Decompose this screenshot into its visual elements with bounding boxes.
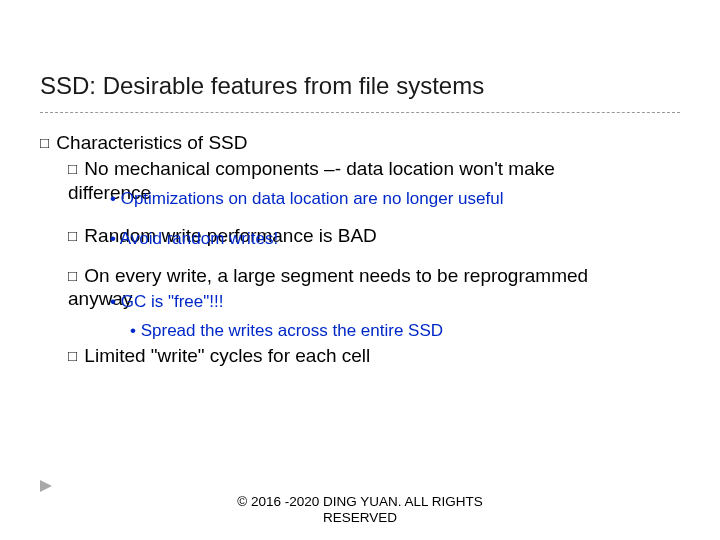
bullet-text: Limited "write" cycles for each cell <box>84 345 370 366</box>
square-bullet-icon: □ <box>40 134 49 153</box>
square-bullet-icon: □ <box>68 347 77 366</box>
corner-arrow-icon <box>40 480 54 492</box>
overlay-note: • GC is "free"!!! <box>110 291 680 312</box>
bullet-level2: □ Limited "write" cycles for each cell <box>68 344 680 368</box>
footer: © 2016 -2020 DING YUAN. ALL RIGHTS RESER… <box>0 494 720 526</box>
bullet-text: No mechanical components –- data locatio… <box>84 158 554 179</box>
slide: SSD: Desirable features from file system… <box>0 0 720 540</box>
svg-marker-0 <box>40 480 52 492</box>
slide-content: □ Characteristics of SSD □ No mechanical… <box>0 113 720 367</box>
slide-title: SSD: Desirable features from file system… <box>40 72 680 100</box>
square-bullet-icon: □ <box>68 267 77 286</box>
overlay-note: • Optimizations on data location are no … <box>110 188 680 209</box>
bullet-text: Characteristics of SSD <box>56 132 247 153</box>
square-bullet-icon: □ <box>68 227 77 246</box>
copyright-line1: © 2016 -2020 DING YUAN. ALL RIGHTS <box>237 494 483 509</box>
overlay-note: • Spread the writes across the entire SS… <box>130 320 680 341</box>
square-bullet-icon: □ <box>68 160 77 179</box>
copyright-line2: RESERVED <box>323 510 397 525</box>
title-area: SSD: Desirable features from file system… <box>0 0 720 106</box>
bullet-level1: □ Characteristics of SSD <box>40 131 680 155</box>
bullet-text: On every write, a large segment needs to… <box>84 265 588 286</box>
overlay-note: • Avoid random writes! <box>110 228 680 249</box>
